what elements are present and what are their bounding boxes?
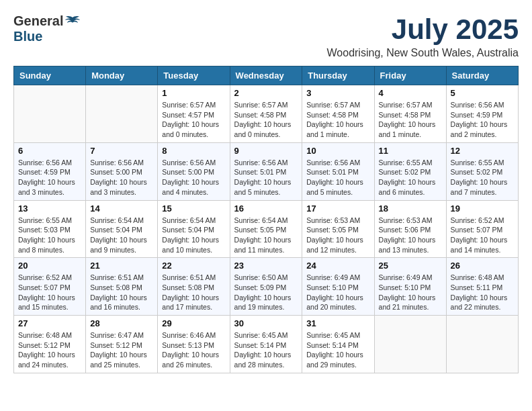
day-number: 25 bbox=[379, 261, 442, 271]
day-info: Sunrise: 6:49 AM Sunset: 5:10 PM Dayligh… bbox=[306, 273, 369, 312]
table-row: 7Sunrise: 6:56 AM Sunset: 5:00 PM Daylig… bbox=[86, 142, 158, 200]
day-number: 17 bbox=[306, 203, 369, 214]
header-saturday: Saturday bbox=[446, 66, 518, 85]
day-info: Sunrise: 6:57 AM Sunset: 4:58 PM Dayligh… bbox=[306, 100, 369, 140]
day-info: Sunrise: 6:54 AM Sunset: 5:05 PM Dayligh… bbox=[234, 216, 298, 255]
day-number: 26 bbox=[451, 261, 514, 271]
day-info: Sunrise: 6:46 AM Sunset: 5:13 PM Dayligh… bbox=[162, 330, 225, 370]
day-info: Sunrise: 6:49 AM Sunset: 5:10 PM Dayligh… bbox=[379, 273, 442, 312]
table-row bbox=[14, 85, 86, 143]
table-row: 4Sunrise: 6:57 AM Sunset: 4:58 PM Daylig… bbox=[374, 85, 446, 143]
day-info: Sunrise: 6:57 AM Sunset: 4:58 PM Dayligh… bbox=[379, 100, 442, 140]
day-number: 10 bbox=[306, 146, 369, 156]
header-tuesday: Tuesday bbox=[158, 66, 230, 85]
table-row: 24Sunrise: 6:49 AM Sunset: 5:10 PM Dayli… bbox=[302, 258, 374, 316]
day-number: 31 bbox=[306, 318, 369, 328]
logo-general-text: General bbox=[13, 13, 63, 29]
table-row: 23Sunrise: 6:50 AM Sunset: 5:09 PM Dayli… bbox=[230, 258, 302, 316]
day-number: 1 bbox=[162, 88, 225, 98]
calendar-week-5: 27Sunrise: 6:48 AM Sunset: 5:12 PM Dayli… bbox=[14, 316, 519, 373]
day-info: Sunrise: 6:47 AM Sunset: 5:12 PM Dayligh… bbox=[90, 330, 153, 370]
table-row: 19Sunrise: 6:52 AM Sunset: 5:07 PM Dayli… bbox=[446, 200, 518, 258]
table-row: 3Sunrise: 6:57 AM Sunset: 4:58 PM Daylig… bbox=[302, 85, 374, 143]
day-info: Sunrise: 6:48 AM Sunset: 5:12 PM Dayligh… bbox=[18, 330, 81, 370]
table-row: 29Sunrise: 6:46 AM Sunset: 5:13 PM Dayli… bbox=[158, 316, 230, 373]
table-row: 31Sunrise: 6:45 AM Sunset: 5:14 PM Dayli… bbox=[302, 316, 374, 373]
title-location: Woodrising, New South Wales, Australia bbox=[327, 47, 519, 59]
day-info: Sunrise: 6:48 AM Sunset: 5:11 PM Dayligh… bbox=[451, 273, 514, 312]
table-row: 10Sunrise: 6:56 AM Sunset: 5:01 PM Dayli… bbox=[302, 142, 374, 200]
day-number: 11 bbox=[379, 146, 442, 156]
table-row: 5Sunrise: 6:56 AM Sunset: 4:59 PM Daylig… bbox=[446, 85, 518, 143]
day-number: 7 bbox=[90, 146, 153, 156]
day-number: 13 bbox=[18, 203, 81, 214]
day-number: 3 bbox=[306, 88, 369, 98]
day-info: Sunrise: 6:55 AM Sunset: 5:02 PM Dayligh… bbox=[379, 158, 442, 197]
page-header: General Blue July 2025 Woodrising, New S… bbox=[13, 13, 519, 59]
day-info: Sunrise: 6:55 AM Sunset: 5:03 PM Dayligh… bbox=[18, 216, 81, 255]
table-row: 21Sunrise: 6:51 AM Sunset: 5:08 PM Dayli… bbox=[86, 258, 158, 316]
header-monday: Monday bbox=[86, 66, 158, 85]
day-info: Sunrise: 6:56 AM Sunset: 5:00 PM Dayligh… bbox=[162, 158, 225, 197]
header-thursday: Thursday bbox=[302, 66, 374, 85]
day-info: Sunrise: 6:57 AM Sunset: 4:58 PM Dayligh… bbox=[234, 100, 298, 140]
day-number: 5 bbox=[451, 88, 514, 98]
calendar-week-1: 1Sunrise: 6:57 AM Sunset: 4:57 PM Daylig… bbox=[14, 85, 519, 143]
header-friday: Friday bbox=[374, 66, 446, 85]
day-info: Sunrise: 6:56 AM Sunset: 5:00 PM Dayligh… bbox=[90, 158, 153, 197]
table-row: 2Sunrise: 6:57 AM Sunset: 4:58 PM Daylig… bbox=[230, 85, 302, 143]
calendar-table: Sunday Monday Tuesday Wednesday Thursday… bbox=[13, 66, 519, 373]
table-row: 22Sunrise: 6:51 AM Sunset: 5:08 PM Dayli… bbox=[158, 258, 230, 316]
table-row: 16Sunrise: 6:54 AM Sunset: 5:05 PM Dayli… bbox=[230, 200, 302, 258]
day-info: Sunrise: 6:50 AM Sunset: 5:09 PM Dayligh… bbox=[234, 273, 298, 312]
calendar-week-4: 20Sunrise: 6:52 AM Sunset: 5:07 PM Dayli… bbox=[14, 258, 519, 316]
day-number: 24 bbox=[306, 261, 369, 271]
logo: General Blue bbox=[13, 13, 81, 44]
table-row: 17Sunrise: 6:53 AM Sunset: 5:05 PM Dayli… bbox=[302, 200, 374, 258]
day-number: 6 bbox=[18, 146, 81, 156]
day-number: 12 bbox=[451, 146, 514, 156]
day-number: 4 bbox=[379, 88, 442, 98]
table-row: 30Sunrise: 6:45 AM Sunset: 5:14 PM Dayli… bbox=[230, 316, 302, 373]
day-number: 2 bbox=[234, 88, 298, 98]
table-row: 25Sunrise: 6:49 AM Sunset: 5:10 PM Dayli… bbox=[374, 258, 446, 316]
day-info: Sunrise: 6:52 AM Sunset: 5:07 PM Dayligh… bbox=[451, 216, 514, 255]
day-info: Sunrise: 6:51 AM Sunset: 5:08 PM Dayligh… bbox=[90, 273, 153, 312]
day-info: Sunrise: 6:55 AM Sunset: 5:02 PM Dayligh… bbox=[451, 158, 514, 197]
table-row: 12Sunrise: 6:55 AM Sunset: 5:02 PM Dayli… bbox=[446, 142, 518, 200]
day-number: 28 bbox=[90, 318, 153, 328]
table-row: 1Sunrise: 6:57 AM Sunset: 4:57 PM Daylig… bbox=[158, 85, 230, 143]
table-row: 8Sunrise: 6:56 AM Sunset: 5:00 PM Daylig… bbox=[158, 142, 230, 200]
day-number: 8 bbox=[162, 146, 225, 156]
header-sunday: Sunday bbox=[14, 66, 86, 85]
day-info: Sunrise: 6:53 AM Sunset: 5:05 PM Dayligh… bbox=[306, 216, 369, 255]
day-number: 19 bbox=[451, 203, 514, 214]
day-info: Sunrise: 6:56 AM Sunset: 4:59 PM Dayligh… bbox=[18, 158, 81, 197]
day-number: 15 bbox=[162, 203, 225, 214]
day-info: Sunrise: 6:56 AM Sunset: 5:01 PM Dayligh… bbox=[306, 158, 369, 197]
table-row: 13Sunrise: 6:55 AM Sunset: 5:03 PM Dayli… bbox=[14, 200, 86, 258]
day-number: 20 bbox=[18, 261, 81, 271]
table-row: 28Sunrise: 6:47 AM Sunset: 5:12 PM Dayli… bbox=[86, 316, 158, 373]
table-row: 26Sunrise: 6:48 AM Sunset: 5:11 PM Dayli… bbox=[446, 258, 518, 316]
day-number: 16 bbox=[234, 203, 298, 214]
table-row bbox=[446, 316, 518, 373]
table-row: 9Sunrise: 6:56 AM Sunset: 5:01 PM Daylig… bbox=[230, 142, 302, 200]
day-number: 22 bbox=[162, 261, 225, 271]
day-info: Sunrise: 6:45 AM Sunset: 5:14 PM Dayligh… bbox=[234, 330, 298, 370]
day-info: Sunrise: 6:53 AM Sunset: 5:06 PM Dayligh… bbox=[379, 216, 442, 255]
table-row bbox=[374, 316, 446, 373]
calendar-week-2: 6Sunrise: 6:56 AM Sunset: 4:59 PM Daylig… bbox=[14, 142, 519, 200]
logo-blue-text: Blue bbox=[13, 29, 42, 44]
calendar-week-3: 13Sunrise: 6:55 AM Sunset: 5:03 PM Dayli… bbox=[14, 200, 519, 258]
logo-bird-icon bbox=[64, 15, 81, 28]
day-number: 23 bbox=[234, 261, 298, 271]
table-row: 14Sunrise: 6:54 AM Sunset: 5:04 PM Dayli… bbox=[86, 200, 158, 258]
day-info: Sunrise: 6:56 AM Sunset: 4:59 PM Dayligh… bbox=[451, 100, 514, 140]
day-info: Sunrise: 6:54 AM Sunset: 5:04 PM Dayligh… bbox=[90, 216, 153, 255]
table-row: 18Sunrise: 6:53 AM Sunset: 5:06 PM Dayli… bbox=[374, 200, 446, 258]
day-info: Sunrise: 6:56 AM Sunset: 5:01 PM Dayligh… bbox=[234, 158, 298, 197]
table-row: 27Sunrise: 6:48 AM Sunset: 5:12 PM Dayli… bbox=[14, 316, 86, 373]
day-number: 9 bbox=[234, 146, 298, 156]
day-info: Sunrise: 6:57 AM Sunset: 4:57 PM Dayligh… bbox=[162, 100, 225, 140]
